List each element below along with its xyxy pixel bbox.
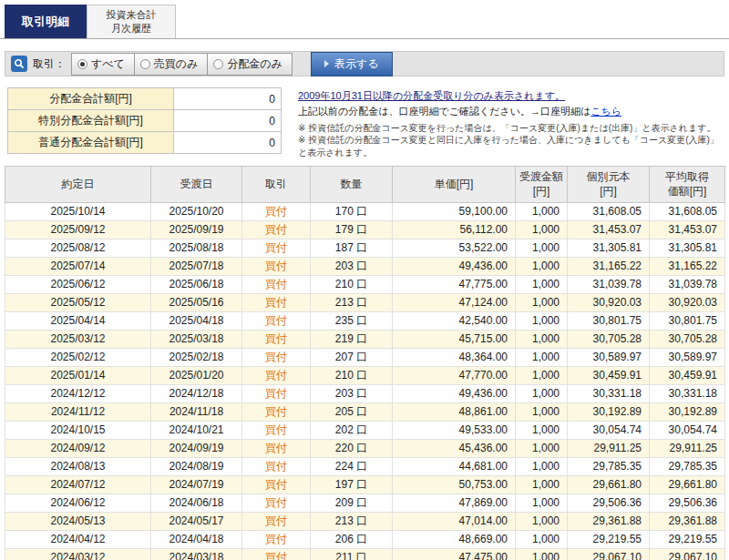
individual-principal-cell: 29,361.88 [568,513,650,531]
settlement-amount-header: 受渡金額 [円] [516,167,568,203]
tab-monthly-history[interactable]: 投資来合計 月次履歴 [87,5,176,38]
transaction-type-cell: 買付 [242,494,311,513]
individual-principal-cell: 30,459.91 [568,367,650,385]
settlement-date-cell: 2024/05/17 [151,513,242,531]
filter-option-label: 分配金のみ [227,56,282,72]
table-row: 2025/02/122025/02/18買付207 口48,364.001,00… [5,349,725,367]
transaction-type-cell: 買付 [242,239,311,258]
settlement-amount-cell: 1,000 [516,294,568,312]
average-acquisition-cell: 30,192.89 [650,403,725,422]
quantity-cell: 202 口 [311,422,393,440]
arrow-right-icon [324,60,329,67]
table-row: 2025/04/142025/04/18買付235 口42,540.001,00… [5,312,725,331]
quantity-cell: 211 口 [311,549,393,560]
average-acquisition-cell: 29,219.55 [650,531,725,549]
tab-bar: 取引明細 投資来合計 月次履歴 [0,0,729,39]
unit-price-cell: 45,436.00 [393,440,516,458]
average-acquisition-cell: 31,165.22 [650,258,725,276]
settlement-date-cell: 2024/06/18 [151,494,242,513]
account-detail-link[interactable]: こちら [590,106,621,117]
unit-price-cell: 47,014.00 [393,513,516,531]
settlement-amount-cell: 1,000 [516,331,568,349]
filter-option-trades-only[interactable]: 売買のみ [134,53,209,76]
settlement-amount-cell: 1,000 [516,531,568,549]
average-acquisition-cell: 31,608.05 [650,203,725,221]
average-acquisition-cell: 30,054.74 [650,422,725,440]
quantity-cell: 235 口 [311,312,393,331]
individual-principal-cell: 31,305.81 [568,239,650,258]
transaction-type-cell: 買付 [242,312,311,331]
settlement-amount-cell: 1,000 [516,422,568,440]
settlement-amount-cell: 1,000 [516,440,568,458]
quantity-cell: 206 口 [311,531,393,549]
quantity-cell: 187 口 [311,239,393,258]
settlement-date-cell: 2025/01/20 [151,367,242,385]
filter-option-label: すべて [91,56,125,72]
settlement-amount-cell: 1,000 [516,403,568,422]
transaction-type-cell: 買付 [242,258,311,276]
summary-value: 0 [174,88,282,110]
table-row: 2024/06/122024/06/18買付209 口47,869.001,00… [5,494,725,513]
table-row: 2025/09/122025/09/19買付179 口56,112.001,00… [5,221,725,239]
table-row: 2024/04/122024/04/18買付206 口48,669.001,00… [5,531,725,549]
trade-date-cell: 2024/03/12 [5,549,151,560]
trade-date-cell: 2024/04/12 [5,531,151,549]
summary-value: 0 [174,132,282,154]
trade-date-cell: 2024/06/12 [5,494,151,513]
table-row: 2024/05/132024/05/17買付213 口47,014.001,00… [5,513,725,531]
unit-price-cell: 47,124.00 [393,294,516,312]
trade-date-cell: 2025/02/12 [5,349,151,367]
quantity-cell: 207 口 [311,349,393,367]
display-button-label: 表示する [334,56,379,72]
quantity-cell: 213 口 [311,513,393,531]
trade-date-cell: 2025/01/14 [5,367,151,385]
summary-row: 特別分配金合計額[円] 0 [8,110,282,132]
trade-date-cell: 2025/05/12 [5,294,151,312]
summary-label: 分配金合計額[円] [8,88,174,110]
filter-option-distributions-only[interactable]: 分配金のみ [207,53,293,76]
individual-principal-cell: 29,661.80 [568,476,650,494]
settlement-date-cell: 2024/03/18 [151,549,242,560]
summary-row: 普通分配金合計額[円] 0 [8,132,282,154]
settlement-amount-cell: 1,000 [516,312,568,331]
settlement-date-cell: 2025/03/18 [151,331,242,349]
trade-date-cell: 2024/10/15 [5,422,151,440]
summary-label: 特別分配金合計額[円] [8,110,174,132]
individual-principal-cell: 31,039.78 [568,276,650,294]
quantity-cell: 203 口 [311,385,393,403]
filter-option-label: 売買のみ [154,56,199,72]
unit-price-cell: 50,753.00 [393,476,516,494]
settlement-amount-cell: 1,000 [516,476,568,494]
transaction-type-cell: 買付 [242,513,311,531]
settlement-date-cell: 2024/04/18 [151,531,242,549]
transaction-type-cell: 買付 [242,349,311,367]
quantity-cell: 210 口 [311,367,393,385]
unit-price-cell: 49,436.00 [393,385,516,403]
individual-principal-cell: 30,801.75 [568,312,650,331]
transaction-table-header: 約定日 受渡日 取引 数量 単価[円] 受渡金額 [円] 個別元本 [円] 平均… [5,167,725,203]
quantity-cell: 205 口 [311,403,393,422]
quantity-cell: 224 口 [311,458,393,476]
unit-price-cell: 42,540.00 [393,312,516,331]
individual-principal-cell: 30,589.97 [568,349,650,367]
filter-option-all[interactable]: すべて [71,53,135,76]
display-button[interactable]: 表示する [311,52,393,76]
settlement-date-cell: 2024/07/19 [151,476,242,494]
settlement-date-cell: 2025/07/18 [151,258,242,276]
settlement-date-cell: 2025/06/18 [151,276,242,294]
settlement-date-cell: 2024/08/19 [151,458,242,476]
transaction-table-body: 2025/10/142025/10/20買付170 口59,100.001,00… [5,203,725,560]
average-acquisition-cell: 29,785.35 [650,458,725,476]
unit-price-header: 単価[円] [393,167,516,203]
trade-date-cell: 2024/11/12 [5,403,151,422]
quantity-cell: 179 口 [311,221,393,239]
settlement-date-cell: 2025/08/18 [151,239,242,258]
settlement-amount-cell: 1,000 [516,513,568,531]
filter-radio [140,59,150,69]
table-row: 2024/11/122024/11/18買付205 口48,861.001,00… [5,403,725,422]
tab-transaction-details[interactable]: 取引明細 [5,5,87,38]
settlement-date-cell: 2024/12/18 [151,385,242,403]
transaction-type-cell: 買付 [242,385,311,403]
settlement-amount-cell: 1,000 [516,458,568,476]
table-row: 2024/07/122024/07/19買付197 口50,753.001,00… [5,476,725,494]
